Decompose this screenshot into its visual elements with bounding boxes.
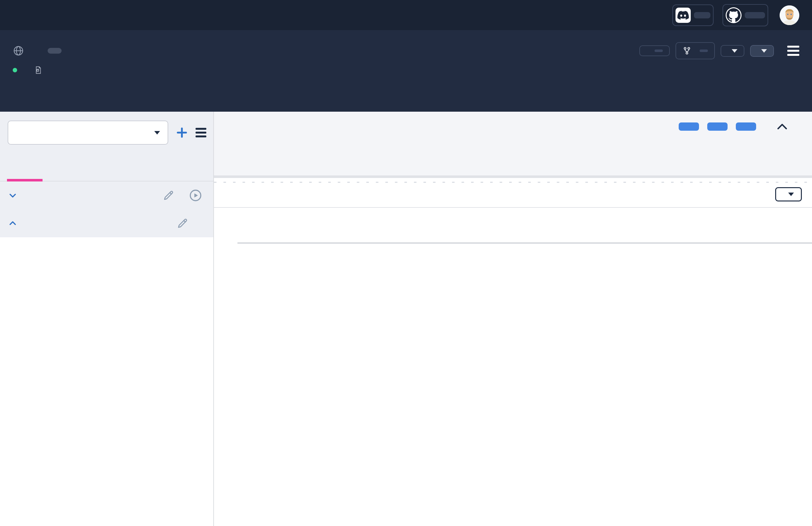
resize-handle[interactable] [214,182,812,183]
table-header-row [237,208,812,243]
discord-label [694,12,710,18]
database-file-icon [34,66,43,75]
active-tab-underline [7,179,43,181]
results-table [237,208,812,243]
chevron-up-icon [8,219,17,228]
page [0,0,812,526]
branch-selector[interactable] [8,121,168,145]
play-circle-icon[interactable] [189,189,203,202]
sidebar-tab-bar [0,153,213,181]
github-icon [726,7,741,23]
main-panel [214,112,812,526]
sidebar-menu-icon[interactable] [195,128,206,137]
star-button[interactable] [639,45,670,56]
edit-pencil-icon[interactable] [162,190,175,201]
sidebar-table-hospital[interactable] [0,181,213,209]
discord-icon [676,7,691,23]
fork-button[interactable] [676,42,715,59]
clone-button[interactable] [721,45,744,57]
status-dot [13,68,17,72]
collapse-chevron-up-icon[interactable] [777,124,787,130]
top-nav-right [672,4,799,26]
star-count [655,49,663,52]
options-button[interactable] [775,187,802,201]
sidebar-table-rate[interactable] [0,209,213,237]
fork-count [700,49,708,52]
top-nav [0,0,812,30]
repo-menu-icon[interactable] [787,46,799,56]
chevron-down-icon [8,191,17,200]
edit-pencil-icon[interactable] [176,217,189,229]
fork-icon [682,46,691,55]
discord-button[interactable] [672,4,714,26]
globe-icon [13,45,24,57]
chevron-down-icon [732,49,737,52]
schema-column-list [0,237,213,526]
sidebar [0,112,214,526]
github-stars [745,12,765,18]
admin-badge [48,48,62,54]
copy-button[interactable] [736,122,756,131]
save-button[interactable] [679,122,699,131]
query-panel [214,112,812,176]
chevron-down-icon [761,49,767,52]
new-branch-button[interactable] [175,126,189,139]
create-view-button[interactable] [707,122,728,131]
add-button[interactable] [750,45,774,57]
user-avatar[interactable] [780,5,799,25]
chevron-down-icon [154,131,160,135]
repo-tab-bar [0,91,812,112]
github-button[interactable] [723,4,768,26]
repo-header [0,30,812,112]
chevron-down-icon [788,193,794,196]
results-panel [214,176,812,526]
